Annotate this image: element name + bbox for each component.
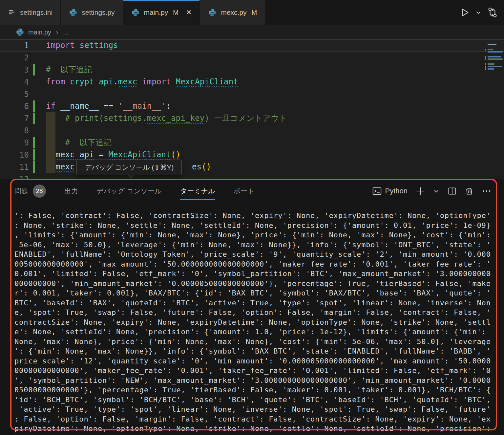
code-editor[interactable]: 1import settings23# 以下追記4from crypt_api.… [0,39,504,181]
code-text: from crypt_api.mexc import MexcApiCliant [29,76,238,88]
line-number: 2 [0,53,29,62]
code-text: mexc_api = MexcApiCliant() [29,149,180,161]
line-number: 11 [0,163,29,172]
panel-header: 問題28出力デバッグ コンソールターミナルポート Python [0,179,504,203]
tab-label: settings.py [82,9,115,16]
terminal-icon [372,186,382,196]
minimap-line [485,71,503,72]
panel-tab-ports[interactable]: ポート [234,183,255,200]
terminal-line: e, 'spot': True, 'swap': False, 'future'… [14,308,502,317]
terminal-line: : False, 'option': False, 'margin': Fals… [14,414,502,424]
run-dropdown[interactable] [475,9,482,16]
chevron-right-icon: › [56,28,58,37]
editor-tab-main-py[interactable]: main.pyM✕ [123,0,200,25]
terminal-line: price_scale': '12', 'quantity_scale': '0… [14,356,502,366]
panel-tab-label: 問題 [14,186,28,196]
kill-terminal-button[interactable] [465,186,474,196]
panel-more-actions-button[interactable] [482,186,492,196]
terminal-line: 00000000000000', 'maker_fee_rate': '0.00… [14,366,502,376]
terminal-line: , 'limits': {'amount': {'min': None, 'ma… [14,230,502,240]
editor-tab-mexc-py[interactable]: mexc.pyM [200,0,265,25]
close-icon[interactable]: ✕ [186,9,192,16]
code-line-2[interactable]: 2 [0,52,504,64]
editor-tab-settings-py[interactable]: settings.py [61,0,123,25]
minimap-line [485,54,503,55]
terminal-line: 000000000', 'min_amount_market': '0.0000… [14,279,502,289]
minimap[interactable] [485,44,503,73]
terminal-shell-label: Python [385,187,408,195]
line-number: 4 [0,77,29,87]
code-text: if __name__ == '__main__': [29,100,171,112]
panel-tab-label: 出力 [64,186,78,196]
code-text: # print(settings.mexc_api_key) 一旦コメントアウト [29,112,287,124]
minimap-line [485,44,503,46]
code-line-6[interactable]: 6if __name__ == '__main__': [0,100,504,112]
line-number: 9 [0,138,29,147]
line-number: 10 [0,150,29,160]
terminal-line: ': False, 'contract': False, 'contractSi… [14,211,502,221]
line-number: 5 [0,90,29,99]
terminal-line: e': None, 'settleId': None, 'precision':… [14,327,502,337]
minimap-line [485,56,503,58]
vscode-window: settings.inisettings.pymain.pyM✕mexc.pyM… [0,0,504,435]
code-line-7[interactable]: 7 # print(settings.mexc_api_key) 一旦コメントア… [0,112,504,124]
code-line-5[interactable]: 5 [0,88,504,100]
breadcrumb: main.py › ... [0,25,504,39]
terminal-line: r': 0.001, 'taker': 0.001}, 'BAX/BTC': {… [14,288,502,298]
terminal-line: contractSize': None, 'expiry': None, 'ex… [14,317,502,327]
line-number: 7 [0,114,29,123]
code-line-3[interactable]: 3# 以下追記 [0,64,504,76]
code-line-9[interactable]: 9 # 以下追記 [0,137,504,149]
new-terminal-button[interactable] [415,186,425,196]
terminal-line: 'id': 'BCH_BTC', 'symbol': 'BCH/BTC', 'b… [14,395,502,405]
tab-label: mexc.py [221,9,246,16]
terminal-line: piryDatetime': None, 'optionType': None,… [14,424,502,434]
panel-tab-label: デバッグ コンソール [96,186,162,196]
line-number: 3 [0,65,29,75]
minimap-line [485,49,503,51]
bottom-panel: 問題28出力デバッグ コンソールターミナルポート Python ': False… [0,179,504,435]
code-line-8[interactable]: 8 [0,124,504,137]
ini-file-icon [8,9,16,16]
python-icon [69,8,77,17]
code-line-1[interactable]: 1import settings [0,39,504,52]
python-icon [131,8,140,17]
code-text: # 以下追記 [29,64,92,76]
editor-tab-settings-ini[interactable]: settings.ini [0,0,61,25]
panel-tab-problems[interactable]: 問題28 [14,181,46,202]
terminal-shell-selector[interactable]: Python [372,186,408,196]
modified-badge: M [173,9,178,16]
line-number: 6 [0,102,29,111]
python-icon [208,8,217,17]
code-line-10[interactable]: 10 mexc_api = MexcApiCliant() [0,149,504,161]
breadcrumb-symbol[interactable]: ... [63,29,69,36]
code-line-11[interactable]: 11 mexces() [0,161,504,173]
minimap-line [485,63,503,65]
code-line-4[interactable]: 4from crypt_api.mexc import MexcApiClian… [0,76,504,88]
line-number: 8 [0,126,29,135]
minimap-line [485,51,503,53]
tab-label: main.py [144,9,168,16]
run-button[interactable] [460,8,470,17]
modified-badge: M [252,9,257,16]
breadcrumb-file[interactable]: main.py [28,29,51,36]
split-terminal-button[interactable] [448,186,457,196]
terminal-line: : None, 'strike': None, 'settle': None, … [14,221,502,230]
terminal-line: ', 'symbol_partition': 'NEW', 'max_amoun… [14,376,502,385]
terminal-line: 005000000000000', 'max_amount': '50.0000… [14,259,502,269]
open-changes-button[interactable] [487,7,498,18]
tooltip-text: デバッグ コンソール (⇧⌘Y) [85,163,174,172]
terminal-line: 5e-06, 'max': 50.0}, 'leverage': {'min':… [14,240,502,250]
code-text: import settings [29,39,118,52]
panel-tab-terminal[interactable]: ターミナル [180,183,215,200]
editor-tab-bar: settings.inisettings.pymain.pyM✕mexc.pyM [0,0,504,25]
terminal-line: ': {'min': None, 'max': None}}, 'info': … [14,346,502,356]
line-number: 1 [0,41,29,50]
debug-console-tooltip: デバッグ コンソール (⇧⌘Y) [76,160,182,175]
terminal-line: 05000000000000'}, 'percentage': True, 't… [14,385,502,395]
terminal-output[interactable]: ': False, 'contract': False, 'contractSi… [14,211,502,435]
panel-tab-debug-console[interactable]: デバッグ コンソール [96,183,162,200]
panel-tab-output[interactable]: 出力 [64,183,78,200]
panel-tab-label: ターミナル [180,186,215,196]
terminal-profile-dropdown[interactable] [433,188,440,194]
